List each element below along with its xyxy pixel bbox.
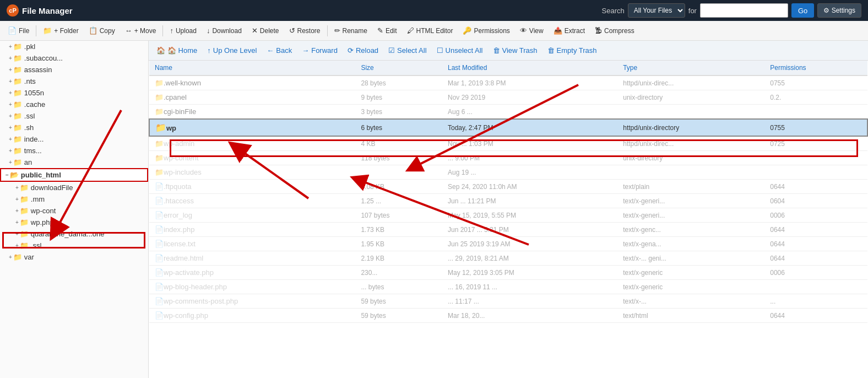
restore-icon: ↺ [289, 26, 295, 35]
table-row[interactable]: 📄wp-blog-header.php ... bytes ... 16, 20… [149, 280, 867, 294]
table-row[interactable]: 📄license.txt 1.95 KB Jun 25 2019 3:19 AM… [149, 237, 867, 251]
table-row[interactable]: 📄error_log 107 bytes May 15, 2019, 5:55 … [149, 208, 867, 223]
expand-icon[interactable]: − [6, 172, 9, 178]
table-row[interactable]: 📁cgi-binFile 3 bytes Aug 6 ... [149, 105, 867, 120]
col-modified[interactable]: Last Modified [442, 61, 617, 75]
up-one-level-button[interactable]: ↑ Up One Level [203, 44, 261, 57]
folder-icon: 📁 [155, 154, 164, 162]
sidebar-item-nts[interactable]: + 📁 .nts [0, 75, 148, 87]
expand-icon[interactable]: + [15, 185, 19, 191]
table-row[interactable]: 📄wp-activate.php 230... May 12, 2019 3:0… [149, 266, 867, 280]
table-row[interactable]: 📄.ftpquota 3.08 KB Sep 24, 2020 11:0h AM… [149, 180, 867, 194]
delete-icon: ✕ [252, 26, 258, 35]
col-type[interactable]: Type [617, 61, 764, 75]
extract-button[interactable]: 📤 Extract [549, 24, 589, 37]
restore-button[interactable]: ↺ Restore [285, 24, 325, 37]
col-size[interactable]: Size [355, 61, 442, 75]
sidebar-item-an[interactable]: + 📁 an [0, 156, 148, 168]
folder-icon: 📁 [155, 123, 166, 132]
select-all-button[interactable]: ☑ Select All [384, 44, 431, 57]
html-editor-button[interactable]: 🖊 HTML Editor [403, 24, 458, 37]
sidebar-item-mm[interactable]: + 📁 .mm [0, 193, 148, 205]
move-button[interactable]: ↔ + Move [121, 24, 161, 37]
expand-icon[interactable]: + [9, 113, 12, 119]
search-label: Search [602, 7, 625, 15]
col-name[interactable]: Name [149, 61, 355, 75]
go-button[interactable]: Go [791, 3, 814, 18]
sidebar-item-sh[interactable]: + 📁 .sh [0, 122, 148, 133]
sidebar-item-quarantine[interactable]: + 📁 quarantine_dama...one [0, 228, 148, 240]
table-row-wp[interactable]: 📁wp 6 bytes Today, 2:47 PM httpd/unix-di… [149, 119, 867, 136]
table-row[interactable]: 📁wp-admin 4 KB Nov ... 1:03 PM httpd/uni… [149, 136, 867, 151]
upload-button[interactable]: ↑ Upload [165, 24, 201, 37]
file-button[interactable]: 📄 File [3, 24, 34, 37]
expand-icon[interactable]: + [15, 196, 19, 202]
sidebar-item-downloadfile[interactable]: + 📁 downloadFile [0, 182, 148, 193]
folder-icon: 📁 [155, 93, 164, 101]
view-button[interactable]: 👁 View [516, 24, 548, 37]
sidebar-item-sslinner[interactable]: + 📁 .ssl [0, 110, 148, 122]
sidebar-item-pkl[interactable]: + 📁 .pkl [0, 41, 148, 52]
table-row[interactable]: 📁wp-includes Aug 19 ... [149, 165, 867, 180]
sidebar-item-1055n[interactable]: + 📁 1055n [0, 87, 148, 99]
rename-button[interactable]: ✏ Rename [330, 24, 372, 37]
compress-button[interactable]: 🗜 Compress [590, 24, 639, 37]
folder-icon: 📁 [20, 230, 29, 238]
reload-button[interactable]: ⟳ Reload [343, 44, 383, 57]
home-button[interactable]: 🏠 🏠 Home [152, 44, 202, 57]
delete-button[interactable]: ✕ Delete [247, 24, 284, 37]
sidebar-item-ssl[interactable]: + 📁 .ssl [0, 240, 148, 251]
nav-bar: 🏠 🏠 Home ↑ Up One Level ← Back → Forward… [149, 41, 868, 61]
table-row[interactable]: 📁.cpanel 9 bytes Nov 29 2019 unix-direct… [149, 90, 867, 105]
expand-icon[interactable]: + [15, 242, 19, 249]
settings-button[interactable]: ⚙ Settings [817, 3, 861, 18]
expand-icon[interactable]: + [9, 125, 12, 131]
table-row[interactable]: 📁wp-content 118 bytes ... 9:00 PM unix-d… [149, 151, 867, 165]
back-button[interactable]: ← Back [262, 44, 296, 57]
expand-icon[interactable]: + [9, 90, 12, 96]
sidebar-item-var[interactable]: + 📁 var [0, 251, 148, 263]
table-row[interactable]: 📁.well-known 28 bytes Mar 1, 2019 3:8 PM… [149, 75, 867, 90]
sidebar-item-wp-phpl[interactable]: + 📁 wp.phpI [0, 217, 148, 228]
sidebar-item-label: wp-cont [31, 207, 56, 215]
expand-icon[interactable]: + [9, 159, 12, 165]
table-row[interactable]: 📄index.php 1.73 KB Jun 2017 ... 5:31 PM … [149, 223, 867, 237]
expand-icon[interactable]: + [9, 101, 12, 107]
table-row[interactable]: 📄readme.html 2.19 KB ... 29, 2019, 8:21 … [149, 251, 867, 266]
sidebar-item-label: .ssl [31, 241, 42, 250]
download-button[interactable]: ↓ Download [202, 24, 246, 37]
new-folder-button[interactable]: 📁 + Folder [39, 24, 83, 37]
sidebar-item-wp-cont[interactable]: + 📁 wp-cont [0, 205, 148, 217]
expand-icon[interactable]: + [15, 219, 19, 225]
table-row[interactable]: 📄wp-comments-post.php 59 bytes ... 11:17… [149, 294, 867, 309]
expand-icon[interactable]: + [9, 55, 12, 61]
expand-icon[interactable]: + [9, 148, 12, 154]
expand-icon[interactable]: + [9, 254, 12, 260]
expand-icon[interactable]: + [9, 67, 12, 73]
eye-icon: 👁 [520, 26, 527, 35]
copy-button[interactable]: 📋 Copy [84, 24, 120, 37]
expand-icon[interactable]: + [9, 136, 12, 142]
sidebar-item-subaccou[interactable]: + 📁 .subaccou... [0, 52, 148, 64]
folder-icon: 📁 [20, 183, 29, 192]
table-row[interactable]: 📄wp-config.php 59 bytes Mar 18, 20... te… [149, 309, 867, 323]
empty-trash-button[interactable]: 🗑 Empty Trash [543, 44, 601, 57]
search-input[interactable] [700, 3, 788, 18]
sidebar-item-inde[interactable]: + 📁 inde... [0, 133, 148, 145]
search-scope-select[interactable]: All Your Files [628, 3, 685, 18]
unselect-all-button[interactable]: ☐ Unselect All [432, 44, 487, 57]
forward-button[interactable]: → Forward [297, 44, 342, 57]
sidebar-item-public-html[interactable]: − 📂 public_html [0, 168, 148, 182]
edit-button[interactable]: ✎ Edit [373, 24, 402, 37]
sidebar-item-tms[interactable]: + 📁 tms... [0, 145, 148, 156]
sidebar-item-assassin[interactable]: + 📁 assassin [0, 64, 148, 75]
expand-icon[interactable]: + [9, 44, 12, 50]
expand-icon[interactable]: + [15, 231, 19, 237]
permissions-button[interactable]: 🔑 Permissions [458, 24, 514, 37]
expand-icon[interactable]: + [9, 78, 12, 84]
view-trash-button[interactable]: 🗑 View Trash [489, 44, 542, 57]
sidebar-item-cache[interactable]: + 📁 .cache [0, 99, 148, 110]
expand-icon[interactable]: + [15, 208, 19, 214]
table-row[interactable]: 📄.htaccess 1.25 ... Jun ... 11:21 PM tex… [149, 194, 867, 208]
col-perms[interactable]: Permissions [764, 61, 867, 75]
